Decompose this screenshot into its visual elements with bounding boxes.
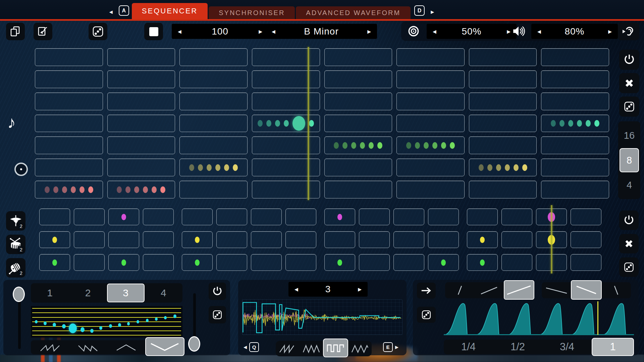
- drum-cell[interactable]: [74, 231, 105, 248]
- drum-cell[interactable]: [501, 231, 532, 248]
- wave-shape-zigzag[interactable]: [348, 344, 372, 354]
- track-cymbal-button[interactable]: 2: [6, 211, 25, 231]
- tab-advanced-waveform[interactable]: ADVANCED WAVEFORM: [296, 6, 411, 19]
- main-grid-cell[interactable]: [541, 93, 609, 110]
- steps-option-16[interactable]: 16: [620, 124, 639, 147]
- main-grid-cell[interactable]: [324, 159, 392, 176]
- division-1[interactable]: 1: [592, 338, 634, 356]
- drum-cell[interactable]: [324, 254, 355, 271]
- main-grid-cell[interactable]: [324, 136, 392, 154]
- drum-cell[interactable]: [251, 231, 282, 248]
- main-grid-cell[interactable]: [179, 70, 248, 88]
- wave-nav-left[interactable]: ◀ Q: [244, 342, 259, 352]
- lfo-randomise-button[interactable]: [209, 306, 226, 323]
- drum-cell[interactable]: [251, 208, 282, 225]
- main-grid-cell[interactable]: [179, 48, 248, 66]
- main-grid-cell[interactable]: [469, 136, 537, 154]
- main-grid-cell[interactable]: [35, 70, 103, 88]
- main-grid-cell[interactable]: [396, 136, 465, 154]
- drum-cell[interactable]: [182, 208, 213, 225]
- main-grid-cell[interactable]: [541, 159, 609, 176]
- volume-increase-arrow[interactable]: ▶: [608, 29, 612, 34]
- key-prev-arrow[interactable]: ◀: [272, 29, 275, 34]
- fall-slope-shallow[interactable]: [542, 285, 571, 296]
- drum-cell[interactable]: [428, 208, 459, 225]
- main-grid-cell[interactable]: [35, 159, 103, 176]
- main-grid-cell[interactable]: [179, 159, 248, 176]
- rise-slope-medium[interactable]: [474, 285, 503, 296]
- fall-slope-medium[interactable]: [571, 280, 601, 300]
- main-grid-cell[interactable]: [35, 93, 103, 110]
- melody-randomise-button[interactable]: [619, 97, 639, 117]
- main-grid-cell[interactable]: [35, 136, 103, 154]
- paste-button[interactable]: [34, 23, 52, 40]
- drums-clear-button[interactable]: [619, 234, 639, 253]
- main-grid-cell[interactable]: [252, 181, 320, 198]
- drum-cell[interactable]: [285, 208, 316, 225]
- env-randomise-button[interactable]: [417, 307, 436, 323]
- drum-cell[interactable]: [285, 231, 316, 248]
- circle-target-icon[interactable]: [13, 162, 29, 177]
- division-1-2[interactable]: 1/2: [493, 341, 542, 353]
- main-grid-cell[interactable]: [324, 181, 392, 198]
- lfo-power-button[interactable]: [209, 283, 226, 300]
- lfo-tab-1[interactable]: 1: [31, 283, 69, 303]
- main-grid-cell[interactable]: [541, 70, 609, 88]
- main-grid-cell[interactable]: [35, 48, 103, 66]
- pitch-staff[interactable]: [31, 306, 182, 338]
- wave-shape-square[interactable]: [323, 339, 348, 357]
- drum-cell[interactable]: [108, 231, 139, 248]
- main-grid-cell[interactable]: [541, 136, 609, 154]
- main-grid-cell[interactable]: [107, 181, 175, 198]
- drum-cell[interactable]: [571, 208, 601, 225]
- main-grid-cell[interactable]: [107, 115, 175, 132]
- track-snare-button[interactable]: 2: [6, 235, 25, 254]
- main-grid-cell[interactable]: [252, 159, 320, 176]
- stop-button[interactable]: [144, 23, 163, 40]
- main-grid-cell[interactable]: [541, 115, 609, 132]
- main-grid-cell[interactable]: [252, 136, 320, 154]
- drum-cell[interactable]: [359, 254, 390, 271]
- drum-cell[interactable]: [324, 231, 355, 248]
- tab-sequencer[interactable]: SEQUENCER: [132, 3, 208, 19]
- drum-cell[interactable]: [467, 231, 498, 248]
- main-grid-cell[interactable]: [107, 136, 175, 154]
- drum-cell[interactable]: [571, 231, 601, 248]
- key-next-arrow[interactable]: ▶: [367, 29, 371, 34]
- humanise-decrease-arrow[interactable]: ◀: [433, 29, 436, 34]
- main-grid-cell[interactable]: [107, 48, 175, 66]
- main-grid-cell[interactable]: [541, 181, 609, 198]
- main-grid-cell[interactable]: [396, 159, 465, 176]
- drum-cell[interactable]: [216, 208, 247, 225]
- main-grid-cell[interactable]: [324, 93, 392, 110]
- drum-cell[interactable]: [39, 208, 70, 225]
- wave-nav-right[interactable]: E ▶: [383, 342, 398, 352]
- lfo-depth-knob[interactable]: [13, 287, 25, 302]
- main-grid-cell[interactable]: [396, 70, 465, 88]
- lfo-shape-triangle-down[interactable]: [145, 337, 185, 356]
- lfo-rate-knob[interactable]: [188, 336, 200, 352]
- audition-button[interactable]: [618, 23, 639, 40]
- main-grid-cell[interactable]: [179, 115, 248, 132]
- main-grid-cell[interactable]: [252, 93, 320, 110]
- main-grid-cell[interactable]: [541, 48, 609, 66]
- lfo-shape-zigzag-up[interactable]: [31, 342, 69, 352]
- main-grid-cell[interactable]: [396, 93, 465, 110]
- drums-power-button[interactable]: [619, 210, 639, 230]
- main-grid-cell[interactable]: [469, 159, 537, 176]
- division-3-4[interactable]: 3/4: [542, 341, 592, 353]
- drum-cell[interactable]: [251, 254, 282, 271]
- drum-cell[interactable]: [501, 208, 532, 225]
- main-grid-cell[interactable]: [179, 181, 248, 198]
- wave-shape-triangle[interactable]: [300, 344, 323, 354]
- lfo-shape-zigzag-down[interactable]: [69, 342, 107, 352]
- drum-cell[interactable]: [39, 254, 70, 271]
- randomise-button[interactable]: [89, 23, 107, 40]
- melody-power-button[interactable]: [619, 50, 639, 70]
- main-grid-cell[interactable]: [252, 70, 320, 88]
- main-grid-cell[interactable]: [469, 93, 537, 110]
- drum-cell[interactable]: [393, 254, 424, 271]
- main-grid-cell[interactable]: [107, 93, 175, 110]
- drum-cell[interactable]: [571, 254, 601, 271]
- drum-cell[interactable]: [467, 254, 498, 271]
